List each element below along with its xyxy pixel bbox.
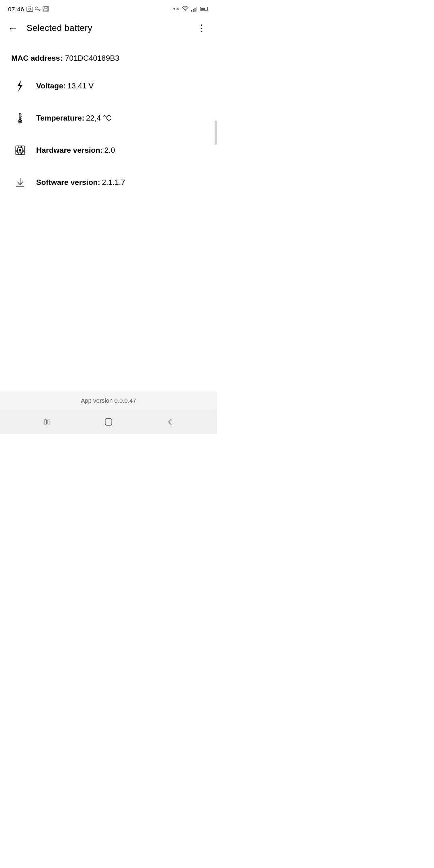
page-title: Selected battery <box>27 23 92 33</box>
svg-rect-38 <box>105 419 112 426</box>
svg-rect-37 <box>47 420 50 424</box>
mac-address-row: MAC address: 701DC40189B3 <box>11 48 206 67</box>
hardware-version-row: Hardware version: 2.0 <box>11 134 206 166</box>
voltage-row: Voltage: 13,41 V <box>11 70 206 102</box>
more-options-button[interactable]: ⋮ <box>193 19 211 37</box>
svg-rect-7 <box>191 10 192 12</box>
download-icon <box>11 174 29 191</box>
navigation-bar <box>0 410 217 434</box>
software-version-value: 2.1.1.7 <box>102 178 125 187</box>
svg-rect-8 <box>193 9 194 12</box>
chip-icon <box>11 141 29 159</box>
wifi-icon <box>182 6 189 12</box>
status-bar-left: 07:46 <box>8 6 49 12</box>
software-version-text: Software version: 2.1.1.7 <box>36 178 125 187</box>
app-version-text: App version 0.0.0.47 <box>81 397 136 404</box>
recents-icon <box>43 418 51 426</box>
temperature-row: Temperature: 22,4 °C <box>11 102 206 134</box>
nav-recents-button[interactable] <box>35 413 59 431</box>
scrollbar-hint[interactable] <box>215 121 217 145</box>
svg-point-6 <box>185 10 186 11</box>
content-area: MAC address: 701DC40189B3 Voltage: 13,41… <box>0 40 217 207</box>
temperature-text: Temperature: 22,4 °C <box>36 114 112 123</box>
nav-back-button[interactable] <box>158 413 182 431</box>
mac-address-value: 701DC40189B3 <box>65 54 119 63</box>
voltage-label: Voltage: <box>36 82 66 90</box>
lightning-icon <box>11 77 29 95</box>
voltage-value: 13,41 V <box>68 82 94 90</box>
svg-rect-10 <box>196 7 197 12</box>
key-icon <box>35 6 41 12</box>
mac-address-label: MAC address: <box>11 54 63 63</box>
svg-rect-4 <box>45 6 47 7</box>
svg-rect-0 <box>27 7 33 12</box>
back-button[interactable]: ← <box>4 19 22 37</box>
status-bar: 07:46 <box>0 0 217 16</box>
battery-icon <box>200 6 209 11</box>
hardware-version-value: 2.0 <box>104 146 115 155</box>
svg-point-1 <box>29 8 31 10</box>
save-icon <box>43 6 49 12</box>
status-bar-right <box>172 6 209 12</box>
back-arrow-icon: ← <box>8 22 18 35</box>
svg-point-16 <box>19 120 21 122</box>
photo-icon <box>27 6 33 12</box>
mute-icon <box>172 6 180 12</box>
software-version-row: Software version: 2.1.1.7 <box>11 166 206 199</box>
info-rows: Voltage: 13,41 V <box>11 70 206 199</box>
temperature-value: 22,4 °C <box>86 114 112 123</box>
svg-rect-36 <box>44 420 46 424</box>
svg-point-2 <box>35 7 38 10</box>
thermometer-icon <box>11 109 29 127</box>
software-version-label: Software version: <box>36 178 100 187</box>
signal-icon <box>191 6 198 12</box>
nav-back-icon <box>166 418 174 426</box>
hardware-version-text: Hardware version: 2.0 <box>36 146 115 155</box>
hardware-version-label: Hardware version: <box>36 146 103 155</box>
status-time: 07:46 <box>8 6 24 12</box>
temperature-label: Temperature: <box>36 114 84 123</box>
home-icon <box>104 418 113 426</box>
svg-rect-9 <box>194 8 196 12</box>
status-icons-left <box>27 6 49 12</box>
nav-home-button[interactable] <box>96 413 121 431</box>
app-bar: ← Selected battery ⋮ <box>0 16 217 40</box>
three-dots-icon: ⋮ <box>197 23 207 33</box>
svg-rect-12 <box>201 8 205 10</box>
svg-rect-34 <box>19 149 21 151</box>
app-bar-left: ← Selected battery <box>4 19 92 37</box>
app-version-footer: App version 0.0.0.47 <box>0 391 217 410</box>
svg-rect-5 <box>44 9 48 11</box>
voltage-text: Voltage: 13,41 V <box>36 82 94 90</box>
